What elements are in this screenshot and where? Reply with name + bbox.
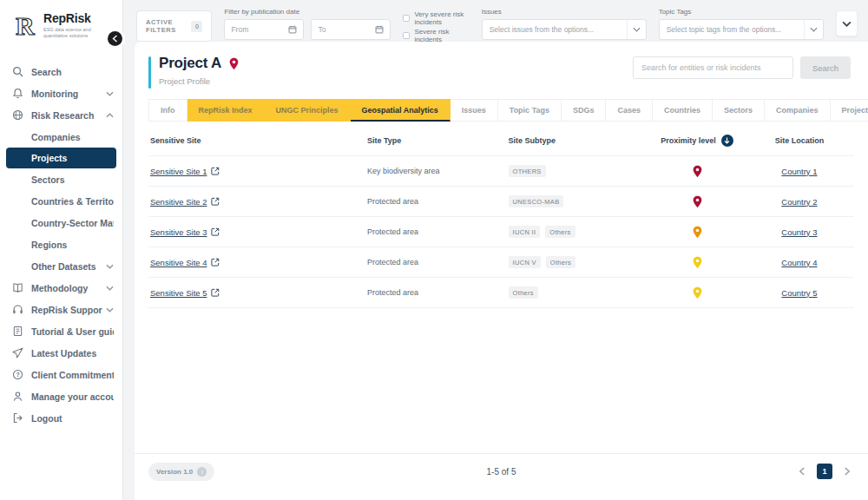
sidebar-item-risk-research[interactable]: Risk Research <box>0 104 122 126</box>
previous-page-button[interactable] <box>799 467 806 476</box>
sidebar: R RepRisk ESG data science and quantitat… <box>0 0 123 500</box>
table-row: Sensitive Site 2Protected areaUNESCO-MAB… <box>148 187 854 217</box>
sidebar-item-label: Client Commitment Charter <box>31 370 114 380</box>
tab-countries[interactable]: Countries <box>653 99 713 122</box>
sidebar-item-methodology[interactable]: Methodology <box>0 277 122 299</box>
location-pin-icon <box>228 57 240 70</box>
country-link[interactable]: Country 2 <box>781 197 817 207</box>
sidebar-collapse-button[interactable] <box>108 31 122 46</box>
entity-search-input[interactable] <box>633 56 793 79</box>
sidebar-item-countries-territories[interactable]: Countries & Territories <box>0 190 122 212</box>
sidebar-item-logout[interactable]: Logout <box>0 407 122 429</box>
sidebar-item-regions[interactable]: Regions <box>0 234 122 255</box>
column-header-site-type: Site Type <box>367 136 509 145</box>
sidebar-item-search[interactable]: Search <box>0 61 122 82</box>
checkbox-very-severe-risk-incidents[interactable]: Very severe risk incidents <box>403 10 469 26</box>
sidebar-item-manage-your-account[interactable]: Manage your account <box>0 385 122 407</box>
site-subtype-chip: IUCN II <box>509 226 541 238</box>
table-body: Sensitive Site 1Key biodiversity areaOTH… <box>148 156 854 308</box>
external-link-icon <box>211 167 220 175</box>
active-filters-label: ACTIVE FILTERS <box>146 18 184 34</box>
sidebar-item-monitoring[interactable]: Monitoring <box>0 82 122 104</box>
calendar-icon <box>375 25 384 34</box>
sensitive-sites-table: Sensitive Site Site Type Site Subtype Pr… <box>148 125 854 308</box>
sidebar-item-label: Companies <box>31 132 114 142</box>
sensitive-site-link[interactable]: Sensitive Site 1 <box>150 167 220 176</box>
sidebar-item-other-datasets[interactable]: Other Datasets <box>0 255 122 277</box>
sensitive-site-link[interactable]: Sensitive Site 4 <box>150 258 220 267</box>
tab-sdgs[interactable]: SDGs <box>562 99 607 122</box>
site-subtype-chip: IUCN V <box>509 256 541 268</box>
tab-topic-tags[interactable]: Topic Tags <box>498 99 562 122</box>
tab-geospatial-analytics[interactable]: Geospatial Analytics <box>351 99 450 122</box>
tab-info[interactable]: Info <box>148 99 187 122</box>
sidebar-item-reprisk-support[interactable]: RepRisk Support <box>0 299 122 320</box>
issues-select[interactable]: Select issues from the options... <box>482 19 647 40</box>
collapse-filters-button[interactable] <box>836 10 858 36</box>
active-filters-button[interactable]: ACTIVE FILTERS 0 <box>136 10 212 42</box>
sidebar-item-label: Tutorial & User guides <box>31 326 114 337</box>
country-link[interactable]: Country 5 <box>781 288 817 298</box>
sidebar-item-sectors[interactable]: Sectors <box>0 168 122 190</box>
svg-text:R: R <box>16 11 35 40</box>
issues-label: Issues <box>482 8 647 16</box>
proximity-pin-icon <box>692 226 703 239</box>
sidebar-item-label: Latest Updates <box>31 348 114 359</box>
tab-ungc-principles[interactable]: UNGC Principles <box>265 99 351 122</box>
next-page-button[interactable] <box>844 467 851 476</box>
sensitive-site-link[interactable]: Sensitive Site 3 <box>150 227 220 237</box>
book-icon <box>12 282 23 293</box>
checkbox-box[interactable] <box>403 15 410 22</box>
sidebar-item-latest-updates[interactable]: Latest Updates <box>0 342 122 364</box>
sidebar-item-client-commitment-charter[interactable]: ?Client Commitment Charter <box>0 364 122 385</box>
tab-issues[interactable]: Issues <box>450 99 498 122</box>
tab-companies[interactable]: Companies <box>765 99 831 122</box>
chevron-down-icon <box>842 21 852 27</box>
reprisk-monogram-icon: R <box>12 10 38 40</box>
search-button[interactable]: Search <box>800 56 851 79</box>
site-subtype-chip: OTHERS <box>509 165 546 177</box>
chevron-down-icon <box>106 264 114 269</box>
svg-text:?: ? <box>16 372 19 378</box>
question-icon: ? <box>12 369 23 380</box>
chevron-down-icon <box>633 27 641 32</box>
date-to-input[interactable]: To <box>311 19 391 40</box>
tab-bar: InfoRepRisk IndexUNGC PrinciplesGeospati… <box>148 99 854 122</box>
filter-bar: ACTIVE FILTERS 0 Filter by publication d… <box>123 0 868 42</box>
headset-icon <box>12 304 23 315</box>
topic-tags-select[interactable]: Select topic tags from the options... <box>659 19 824 40</box>
sensitive-site-link[interactable]: Sensitive Site 5 <box>150 288 220 298</box>
country-link[interactable]: Country 4 <box>781 258 817 267</box>
tab-cases[interactable]: Cases <box>606 99 653 122</box>
column-header-proximity-level[interactable]: Proximity level <box>649 135 745 147</box>
sidebar-item-label: Country-Sector Matrix <box>31 218 114 228</box>
tab-reprisk-index[interactable]: RepRisk Index <box>187 99 265 122</box>
table-row: Sensitive Site 4Protected areaIUCN VOthe… <box>148 247 854 278</box>
pagination-range: 1-5 of 5 <box>135 467 868 477</box>
country-link[interactable]: Country 3 <box>781 227 817 237</box>
sensitive-site-link[interactable]: Sensitive Site 2 <box>150 197 220 207</box>
country-link[interactable]: Country 1 <box>781 167 817 176</box>
publication-date-filter: Filter by publication date From To <box>224 8 391 40</box>
tab-sectors[interactable]: Sectors <box>713 99 765 122</box>
panel-footer: Version 1.0 i 1-5 of 5 1 <box>135 453 868 489</box>
site-type: Key biodiversity area <box>367 167 440 175</box>
date-from-input[interactable]: From <box>224 19 304 40</box>
sidebar-item-companies[interactable]: Companies <box>0 126 122 148</box>
sidebar-item-projects[interactable]: Projects <box>6 148 116 168</box>
sidebar-item-tutorial-user-guides[interactable]: Tutorial & User guides <box>0 320 122 342</box>
sidebar-item-label: Logout <box>31 413 114 424</box>
site-type: Protected area <box>367 258 418 266</box>
info-icon: i <box>197 467 207 477</box>
checkbox-box[interactable] <box>403 32 410 39</box>
person-icon <box>12 391 23 402</box>
sidebar-item-label: Countries & Territories <box>31 196 114 207</box>
reprisk-logo: R RepRisk ESG data science and quantitat… <box>0 0 122 49</box>
version-pill[interactable]: Version 1.0 i <box>148 463 214 481</box>
current-page-button[interactable]: 1 <box>817 464 832 479</box>
sidebar-item-country-sector-matrix[interactable]: Country-Sector Matrix <box>0 212 122 234</box>
sort-descending-icon[interactable] <box>721 135 733 147</box>
sidebar-item-label: Sectors <box>31 174 114 185</box>
tab-projects[interactable]: Projects <box>831 99 868 122</box>
main-panel: Project A Project Profile Search InfoRep… <box>135 42 868 500</box>
